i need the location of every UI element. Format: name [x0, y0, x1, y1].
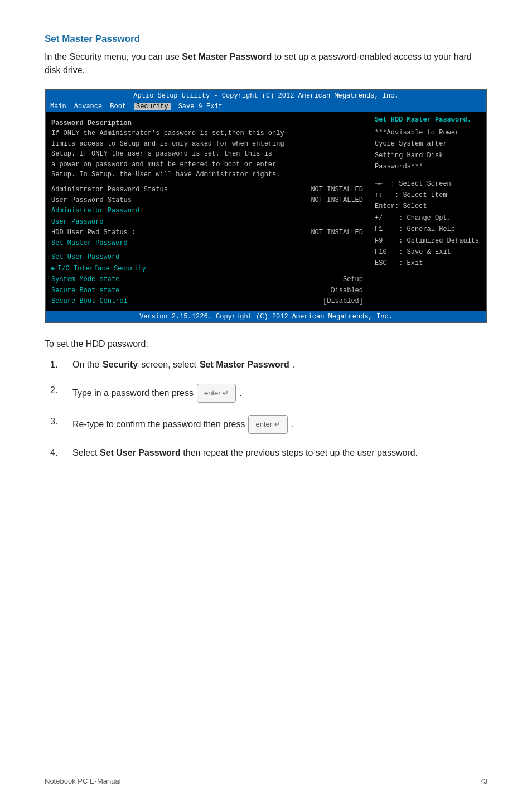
intro-text-before: In the Security menu, you can use [45, 52, 182, 61]
step-3-text-after: . [291, 418, 293, 431]
key-f1: F1 : General Help [375, 224, 481, 235]
enter-key-2: enter ↵ [248, 415, 287, 434]
bios-description: If ONLY the Administrator's password is … [51, 128, 363, 180]
steps-list: 1. On the Security screen, select Set Ma… [50, 358, 487, 460]
key-change-opt: +/- : Change Opt. [375, 212, 481, 224]
bios-menubar: Main Advance Boot Security Save & Exit [46, 102, 486, 112]
page-footer: Notebook PC E-Manual 73 [45, 772, 487, 785]
footer-left: Notebook PC E-Manual [45, 777, 121, 785]
step-1-text-mid: screen, select [141, 358, 196, 371]
bios-arrow-icon: ► [51, 265, 55, 273]
bios-item-io-security: ►I/O Interface Security [51, 264, 363, 274]
key-enter: Enter: Select [375, 201, 481, 212]
key-f9: F9 : Optimized Defaults [375, 235, 481, 247]
menu-save-exit: Save & Exit [178, 103, 223, 110]
section-title: Set Master Password [45, 33, 487, 45]
bios-sidebar-title: Set HDD Master Password. [375, 116, 481, 124]
bios-footer: Version 2.15.1226. Copyright (C) 2012 Am… [46, 311, 486, 322]
bios-section-header: Password Description [51, 119, 363, 127]
bios-item-secure-boot: Secure Boot state Disabled [51, 286, 363, 296]
step-2-text: Type in a password then press [72, 386, 194, 400]
menu-boot: Boot [110, 103, 126, 110]
intro-paragraph: In the Security menu, you can use Set Ma… [45, 50, 487, 77]
step-3-num: 3. [50, 415, 72, 428]
step-3-content: Re-type to confirm the password then pre… [72, 415, 293, 434]
step-2-num: 2. [50, 384, 72, 397]
bios-item-secure-boot-control: Secure Boot Control [Disabled] [51, 296, 363, 307]
step-1-bold1: Security [103, 358, 138, 371]
step-2-content: Type in a password then press enter ↵ . [72, 384, 242, 403]
step-1-bold2: Set Master Password [200, 358, 289, 371]
intro-bold: Set Master Password [182, 52, 272, 61]
bios-sidebar-note: ***Advisable to Power Cycle System after… [375, 127, 481, 173]
step-4-content: Select Set User Password then repeat the… [72, 446, 418, 460]
step-2: 2. Type in a password then press enter ↵… [50, 384, 487, 403]
step-2-text-after: . [239, 386, 241, 400]
bios-header: Aptio Setup Utility - Copyright (C) 2012… [46, 90, 486, 102]
bios-item-set-master: Set Master Password [51, 238, 363, 249]
key-f10: F10 : Save & Exit [375, 247, 481, 258]
step-4: 4. Select Set User Password then repeat … [50, 446, 487, 460]
step-4-text-before: Select [72, 448, 100, 457]
bios-body: Password Description If ONLY the Adminis… [46, 112, 486, 311]
bios-item-set-user: Set User Password [51, 252, 363, 263]
key-esc: ESC : Exit [375, 258, 481, 269]
bios-item-user-password: User Password [51, 217, 363, 228]
step-4-num: 4. [50, 446, 72, 460]
bios-sidebar-keys: →← : Select Screen ↑↓ : Select Item Ente… [375, 178, 481, 269]
bios-left-panel: Password Description If ONLY the Adminis… [46, 112, 369, 311]
bios-item-user-status: User Password Status NOT INSTALLED [51, 195, 363, 206]
step-1: 1. On the Security screen, select Set Ma… [50, 358, 487, 371]
key-select-item: ↑↓ : Select Item [375, 190, 481, 201]
key-select-screen: →← : Select Screen [375, 178, 481, 190]
step-1-num: 1. [50, 358, 72, 371]
footer-right: 73 [480, 777, 487, 785]
enter-symbol-2: enter ↵ [255, 419, 280, 430]
bios-item-hdd-status: HDD User Pwd Status : NOT INSTALLED [51, 228, 363, 238]
menu-main: Main [50, 103, 66, 110]
enter-symbol-1: enter ↵ [204, 388, 229, 399]
steps-intro: To set the HDD password: [45, 339, 487, 349]
bios-right-panel: Set HDD Master Password. ***Advisable to… [369, 112, 486, 311]
step-1-text-after: . [293, 358, 295, 371]
step-1-text-before: On the [72, 358, 99, 371]
page-container: Set Master Password In the Security menu… [0, 0, 532, 505]
enter-key-1: enter ↵ [197, 384, 236, 403]
step-4-text-after: then repeat the previous steps to set up… [181, 448, 418, 457]
bios-item-system-mode: System Mode state Setup [51, 274, 363, 285]
bios-item-admin-password: Administrator Password [51, 206, 363, 216]
step-3: 3. Re-type to confirm the password then … [50, 415, 487, 434]
bios-item-admin-status: Administrator Password Status NOT INSTAL… [51, 185, 363, 195]
menu-security: Security [134, 103, 171, 110]
bios-screenshot: Aptio Setup Utility - Copyright (C) 2012… [45, 89, 487, 323]
step-4-bold: Set User Password [100, 448, 181, 457]
step-1-content: On the Security screen, select Set Maste… [72, 358, 295, 371]
step-3-text: Re-type to confirm the password then pre… [72, 418, 245, 431]
menu-advance: Advance [74, 103, 102, 110]
